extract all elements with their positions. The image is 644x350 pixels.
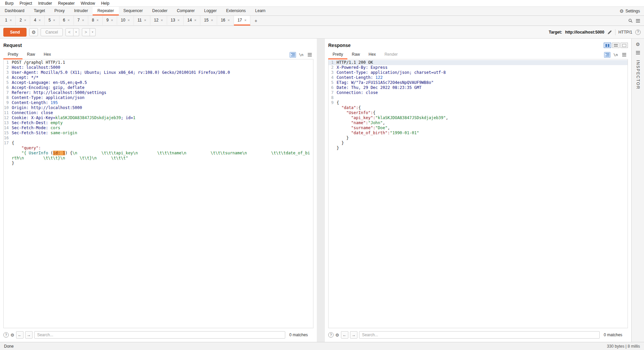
request-tab-hex[interactable]: Hex: [39, 50, 55, 59]
add-tab-button[interactable]: +: [250, 16, 261, 26]
tab-intruder[interactable]: Intruder: [69, 7, 93, 15]
close-tab-icon[interactable]: ×: [228, 18, 230, 22]
help-icon[interactable]: ?: [328, 332, 334, 338]
settings-button[interactable]: ⚙ Settings: [615, 7, 644, 15]
close-tab-icon[interactable]: ×: [144, 18, 146, 22]
repeater-tab-10[interactable]: 10×: [117, 16, 134, 26]
pretty-print-toggle-button[interactable]: [290, 52, 296, 58]
repeater-tab-2[interactable]: 2×: [16, 16, 30, 26]
response-tab-raw[interactable]: Raw: [347, 50, 364, 59]
layout-rows-button[interactable]: [612, 43, 620, 48]
menu-help[interactable]: Help: [98, 0, 112, 6]
repeater-tab-8[interactable]: 8×: [88, 16, 103, 26]
repeater-tab-13[interactable]: 13×: [167, 16, 184, 26]
request-editor[interactable]: 1POST /graphql HTTP/1.12Host: localhost:…: [3, 59, 313, 328]
back-dropdown[interactable]: ▼: [73, 28, 79, 36]
close-tab-icon[interactable]: ×: [24, 18, 26, 22]
tab-target[interactable]: Target: [29, 7, 50, 15]
repeater-tab-5[interactable]: 5×: [45, 16, 59, 26]
close-tab-icon[interactable]: ×: [67, 18, 69, 22]
back-button[interactable]: <: [65, 28, 73, 36]
close-tab-icon[interactable]: ×: [53, 18, 55, 22]
menu-window[interactable]: Window: [78, 0, 98, 6]
menu-project[interactable]: Project: [16, 0, 35, 6]
tab-learn[interactable]: Learn: [250, 7, 270, 15]
search-prev-button[interactable]: ←: [341, 331, 348, 339]
edit-target-button[interactable]: [607, 30, 612, 35]
tab-proxy[interactable]: Proxy: [50, 7, 69, 15]
search-prev-button[interactable]: ←: [16, 331, 23, 339]
show-newlines-button[interactable]: \n: [298, 52, 304, 58]
history-back-group: < ▼: [65, 28, 79, 36]
repeater-tab-7[interactable]: 7×: [74, 16, 88, 26]
close-tab-icon[interactable]: ×: [96, 18, 98, 22]
close-tab-icon[interactable]: ×: [178, 18, 180, 22]
response-editor[interactable]: 1HTTP/1.1 200 OK2X-Powered-By: Express3C…: [328, 59, 628, 328]
help-icon[interactable]: ?: [3, 332, 9, 338]
response-tab-pretty[interactable]: Pretty: [328, 50, 347, 59]
request-toolbar: Send ⚙ Cancel < ▼ > ▼ Target: http://loc…: [0, 26, 644, 39]
close-tab-icon[interactable]: ×: [244, 18, 246, 22]
layout-single-button[interactable]: [621, 43, 628, 48]
cancel-button[interactable]: Cancel: [41, 28, 62, 36]
code-line: 6Date: Thu, 29 Dec 2022 08:23:35 GMT: [329, 85, 628, 90]
close-tab-icon[interactable]: ×: [82, 18, 84, 22]
forward-button[interactable]: >: [82, 28, 90, 36]
request-tab-raw[interactable]: Raw: [22, 50, 39, 59]
request-tab-pretty[interactable]: Pretty: [3, 50, 22, 59]
help-icon[interactable]: ?: [635, 30, 641, 35]
search-tabs-icon[interactable]: [628, 18, 633, 23]
panel-divider[interactable]: [317, 39, 325, 342]
show-newlines-button[interactable]: \n: [612, 52, 619, 58]
tab-logger[interactable]: Logger: [199, 7, 221, 15]
tab-repeater[interactable]: Repeater: [93, 7, 118, 15]
search-input[interactable]: [359, 331, 600, 339]
request-options-button[interactable]: ⚙: [29, 28, 38, 36]
menu-burp[interactable]: Burp: [2, 0, 16, 6]
close-tab-icon[interactable]: ×: [128, 18, 130, 22]
tab-decoder[interactable]: Decoder: [148, 7, 172, 15]
editor-menu-button[interactable]: [306, 52, 313, 58]
close-tab-icon[interactable]: ×: [10, 18, 12, 22]
menu-repeater[interactable]: Repeater: [55, 0, 78, 6]
inspector-sidebar[interactable]: ⚙ INSPECTOR: [631, 39, 644, 342]
forward-dropdown[interactable]: ▼: [90, 28, 96, 36]
close-tab-icon[interactable]: ×: [161, 18, 163, 22]
send-button[interactable]: Send: [3, 28, 27, 37]
close-tab-icon[interactable]: ×: [194, 18, 196, 22]
line-text: Sec-Fetch-Mode: cors: [12, 126, 313, 131]
tab-sequencer[interactable]: Sequencer: [119, 7, 148, 15]
editor-menu-button[interactable]: [621, 52, 627, 58]
search-settings-icon[interactable]: ⚙: [10, 333, 14, 338]
search-next-button[interactable]: →: [350, 331, 357, 339]
search-settings-icon[interactable]: ⚙: [335, 333, 339, 338]
response-tab-render[interactable]: Render: [380, 50, 402, 59]
response-tab-hex[interactable]: Hex: [364, 50, 380, 59]
repeater-tab-1[interactable]: 1×: [1, 16, 16, 26]
repeater-tab-11[interactable]: 11×: [134, 16, 150, 26]
tab-dashboard[interactable]: Dashboard: [0, 7, 29, 15]
tab-menu-icon[interactable]: [636, 19, 640, 22]
close-tab-icon[interactable]: ×: [211, 18, 213, 22]
search-next-button[interactable]: →: [25, 331, 33, 339]
repeater-tab-15[interactable]: 15×: [200, 16, 217, 26]
repeater-tab-6[interactable]: 6×: [59, 16, 74, 26]
search-input[interactable]: [34, 331, 285, 339]
pretty-print-toggle-button[interactable]: [604, 52, 610, 58]
repeater-tab-16[interactable]: 16×: [217, 16, 234, 26]
menu-icon[interactable]: [636, 51, 640, 54]
close-tab-icon[interactable]: ×: [111, 18, 113, 22]
repeater-tab-12[interactable]: 12×: [150, 16, 167, 26]
repeater-tab-17[interactable]: 17×: [234, 16, 251, 26]
tab-comparer[interactable]: Comparer: [172, 7, 199, 15]
repeater-tab-4[interactable]: 4×: [30, 16, 45, 26]
code-line: 4Accept: */*: [4, 75, 313, 80]
tab-extensions[interactable]: Extensions: [221, 7, 251, 15]
layout-columns-button[interactable]: [604, 43, 611, 48]
code-line: 8: [329, 95, 628, 100]
menu-intruder[interactable]: Intruder: [35, 0, 55, 6]
repeater-tab-9[interactable]: 9×: [103, 16, 117, 26]
close-tab-icon[interactable]: ×: [39, 18, 41, 22]
gear-icon[interactable]: ⚙: [636, 42, 640, 47]
repeater-tab-14[interactable]: 14×: [184, 16, 200, 26]
